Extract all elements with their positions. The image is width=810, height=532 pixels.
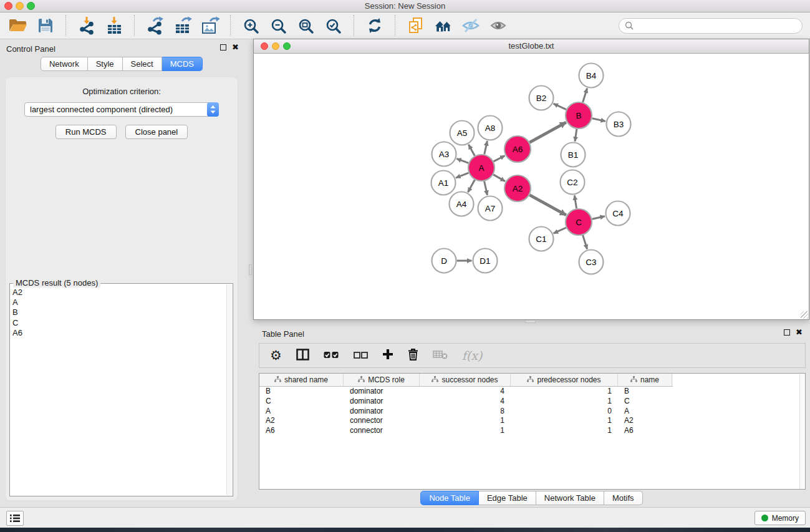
edge-A2-C[interactable] [529, 195, 566, 215]
mcds-result-item[interactable]: C [12, 318, 226, 328]
edge-A-A2[interactable] [493, 175, 505, 181]
table-cell[interactable]: dominator [344, 407, 420, 417]
table-cell[interactable]: 4 [420, 387, 511, 397]
zoom-fit-button[interactable] [294, 14, 317, 37]
table-cell[interactable]: A [618, 407, 672, 417]
tab-select[interactable]: Select [123, 57, 162, 71]
import-table-button[interactable] [102, 14, 125, 37]
table-cell[interactable]: C [618, 397, 672, 407]
close-window-button[interactable] [4, 2, 12, 10]
table-cell[interactable]: B [259, 387, 344, 397]
table-cell[interactable]: 8 [420, 407, 511, 417]
table-cell[interactable]: 4 [420, 397, 511, 407]
minimize-network-button[interactable] [272, 42, 279, 50]
hide-selected-button[interactable] [459, 14, 482, 37]
zoom-in-button[interactable] [239, 14, 263, 37]
float-panel-icon[interactable] [220, 44, 226, 51]
show-all-button[interactable] [486, 14, 509, 37]
node-A[interactable]: A [468, 155, 494, 181]
export-network-button[interactable] [143, 14, 166, 37]
node-B1[interactable]: B1 [561, 143, 586, 167]
delete-icon[interactable] [408, 348, 418, 363]
tab-network[interactable]: Network [41, 57, 88, 71]
mcds-result-item[interactable]: A6 [12, 328, 226, 338]
node-A7[interactable]: A7 [478, 196, 503, 221]
table-cell[interactable]: B [618, 387, 672, 397]
export-image-button[interactable] [198, 14, 221, 37]
tab-network-table[interactable]: Network Table [536, 491, 604, 505]
edge-B-B2[interactable] [554, 104, 567, 110]
node-B4[interactable]: B4 [579, 64, 604, 88]
tab-motifs[interactable]: Motifs [604, 491, 643, 505]
table-row[interactable]: A2connector11A2 [259, 416, 805, 426]
table-row[interactable]: A6connector11A6 [259, 426, 805, 436]
node-A4[interactable]: A4 [450, 192, 474, 216]
edge-C-C1[interactable] [554, 228, 566, 233]
node-D[interactable]: D [432, 249, 456, 273]
mcds-result-scrollbar[interactable] [226, 284, 232, 495]
edge-C-C2[interactable] [574, 195, 576, 208]
edge-A-A5[interactable] [468, 145, 475, 156]
table-cell[interactable]: dominator [344, 387, 420, 397]
table-cell[interactable]: 1 [420, 416, 511, 426]
edge-C-C4[interactable] [592, 216, 605, 220]
table-cell[interactable]: connector [344, 426, 420, 436]
export-table-button[interactable] [171, 14, 194, 37]
import-network-button[interactable] [75, 14, 98, 37]
table-cell[interactable]: 1 [511, 387, 618, 397]
edge-C-C3[interactable] [583, 235, 587, 249]
edge-A-A4[interactable] [468, 180, 475, 192]
table-cell[interactable]: 1 [511, 416, 618, 426]
column-header-shared-name[interactable]: shared name [259, 374, 344, 386]
close-network-button[interactable] [261, 42, 268, 50]
memory-button[interactable]: Memory [755, 511, 806, 525]
open-session-button[interactable] [6, 14, 29, 37]
first-neighbors-button[interactable] [432, 14, 455, 37]
table-cell[interactable]: A2 [259, 416, 344, 426]
column-header-MCDS-role[interactable]: MCDS role [344, 374, 420, 386]
node-C3[interactable]: C3 [579, 250, 604, 274]
edge-B-B4[interactable] [583, 89, 587, 103]
table-cell[interactable]: 0 [511, 407, 618, 417]
column-header-name[interactable]: name [618, 374, 672, 386]
mcds-result-item[interactable]: A [12, 297, 226, 307]
tab-mcds[interactable]: MCDS [162, 57, 203, 71]
node-C4[interactable]: C4 [606, 201, 630, 226]
table-cell[interactable]: A6 [259, 426, 344, 436]
table-row[interactable]: Adominator80A [259, 407, 805, 417]
table-scrollbar[interactable] [799, 374, 805, 489]
edge-B-B1[interactable] [575, 129, 577, 142]
table-cell[interactable]: 1 [420, 426, 511, 436]
node-A2[interactable]: A2 [504, 175, 531, 201]
node-B3[interactable]: B3 [607, 112, 631, 137]
node-D1[interactable]: D1 [473, 249, 498, 273]
zoom-selected-button[interactable] [322, 14, 345, 37]
table-row[interactable]: Bdominator41B [259, 387, 805, 397]
network-window-titlebar[interactable]: testGlobe.txt [254, 39, 809, 54]
column-header-successor-nodes[interactable]: successor nodes [420, 374, 511, 386]
zoom-network-button[interactable] [283, 42, 291, 50]
resize-grip[interactable] [801, 311, 808, 319]
zoom-window-button[interactable] [27, 2, 35, 10]
minimize-window-button[interactable] [16, 2, 24, 10]
column-header-predecessor-nodes[interactable]: predecessor nodes [511, 374, 618, 386]
run-mcds-button[interactable]: Run MCDS [55, 125, 117, 139]
node-C2[interactable]: C2 [561, 170, 585, 195]
splitter-handle-horizontal[interactable] [525, 320, 536, 323]
table-cell[interactable]: C [259, 397, 344, 407]
tab-style[interactable]: Style [88, 57, 123, 71]
close-panel-icon[interactable]: ✖ [232, 44, 239, 51]
table-row[interactable]: Cdominator41C [259, 397, 805, 407]
mcds-result-item[interactable]: B [12, 307, 226, 317]
node-B[interactable]: B [566, 102, 592, 128]
close-table-panel-icon[interactable]: ✖ [796, 329, 803, 336]
table-cell[interactable]: 1 [511, 426, 618, 436]
network-canvas[interactable]: B4B2BB3A8A5A6A3B1AA1C2A2A4A7C4CC1C3DD1 [254, 54, 809, 319]
edge-A-A6[interactable] [494, 156, 505, 162]
table-cell[interactable]: connector [344, 416, 420, 426]
criterion-select[interactable]: largest connected component (directed) [24, 102, 219, 117]
float-table-panel-icon[interactable] [784, 329, 790, 336]
node-C1[interactable]: C1 [529, 227, 554, 251]
select-all-icon[interactable] [324, 350, 339, 361]
edge-A-A3[interactable] [456, 158, 468, 163]
